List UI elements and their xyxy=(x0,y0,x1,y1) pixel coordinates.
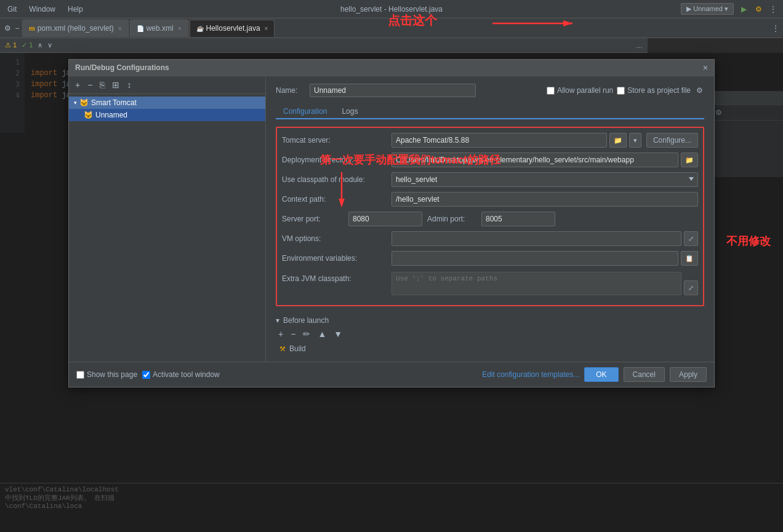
admin-port-input[interactable] xyxy=(481,212,555,226)
tomcat-server-input[interactable] xyxy=(392,133,607,148)
dialog-body: + − ⎘ ⊞ ↕ ▾ 🐱 Smart Tomcat 🐱 Unnamed xyxy=(69,76,714,362)
deployment-dir-input[interactable] xyxy=(392,153,678,167)
tab-pom-label: pom.xml (hello_servlet) xyxy=(38,24,114,33)
config-form-section: Tomcat server: 📁 ▾ Configure... Deployme… xyxy=(276,127,704,306)
unnamed-config-item[interactable]: 🐱 Unnamed xyxy=(69,109,265,121)
edit-templates-link[interactable]: Edit configuration templates... xyxy=(482,370,579,379)
extra-jvm-input-group: ⤢ xyxy=(392,272,698,295)
more-warnings-icon[interactable]: … xyxy=(636,42,643,49)
run-icon[interactable]: ▶ xyxy=(739,4,749,14)
ok-button[interactable]: OK xyxy=(584,367,618,382)
env-variables-input[interactable] xyxy=(392,251,678,266)
vm-options-input-group: ⤢ xyxy=(392,231,698,246)
before-launch-remove-button[interactable]: − xyxy=(288,328,298,339)
run-config-dropdown[interactable]: ▶ Unnamed ▾ xyxy=(681,3,734,15)
menu-window[interactable]: Window xyxy=(26,4,58,15)
vm-options-expand-button[interactable]: ⤢ xyxy=(684,231,698,246)
show-page-checkbox[interactable] xyxy=(76,371,84,379)
dialog-close-button[interactable]: × xyxy=(703,63,708,72)
context-path-input[interactable] xyxy=(392,192,698,207)
run-debug-dialog: Run/Debug Configurations × + − ⎘ ⊞ ↕ ▾ 🐱… xyxy=(68,59,715,387)
tab-web-xml[interactable]: 📄 web.xml × xyxy=(130,20,188,37)
more-icon[interactable]: ⋮ xyxy=(768,4,778,14)
tab-web-close[interactable]: × xyxy=(178,25,182,32)
before-launch-arrow[interactable]: ▾ xyxy=(276,316,279,325)
warning-icon: ⚠ 1 xyxy=(5,41,17,49)
minus-icon[interactable]: − xyxy=(12,23,22,33)
tab-pom-xml[interactable]: m pom.xml (hello_servlet) × xyxy=(22,20,129,37)
deployment-dir-field: Deployment directory: 📁 xyxy=(282,153,698,167)
xml-icon: 📄 xyxy=(137,25,144,32)
move-config-button[interactable]: ⊞ xyxy=(110,79,122,91)
menu-help[interactable]: Help xyxy=(65,4,86,15)
title-bar-right: ▶ Unnamed ▾ ▶ ⚙ ⋮ xyxy=(681,3,778,15)
before-launch-up-button[interactable]: ▲ xyxy=(315,328,329,339)
caret-icon[interactable]: ∧ xyxy=(38,41,42,49)
context-path-field: Context path: xyxy=(282,192,698,207)
group-arrow-icon: ▾ xyxy=(74,100,77,106)
tomcat-server-input-group: 📁 ▾ xyxy=(392,133,641,148)
store-project-label: Store as project file xyxy=(617,86,691,95)
store-settings-icon[interactable]: ⚙ xyxy=(694,85,704,95)
menu-git[interactable]: Git xyxy=(5,4,19,15)
admin-port-label: Admin port: xyxy=(427,215,476,223)
dialog-title-bar: Run/Debug Configurations × xyxy=(69,60,714,76)
classpath-input-group: hello_servlet xyxy=(392,172,698,187)
dialog-bottom-bar: Show this page Activate tool window Edit… xyxy=(69,362,714,387)
dialog-overlay: Run/Debug Configurations × + − ⎘ ⊞ ↕ ▾ 🐱… xyxy=(0,53,783,532)
classpath-label: Use classpath of module: xyxy=(282,175,387,184)
tab-pom-close[interactable]: × xyxy=(118,25,122,32)
classpath-select[interactable]: hello_servlet xyxy=(392,172,698,187)
before-launch-edit-button[interactable]: ✏ xyxy=(300,328,313,339)
extra-jvm-field: Extra JVM classpath: ⤢ xyxy=(282,271,698,295)
name-row: Name: Allow parallel run Store as projec… xyxy=(276,84,704,97)
cancel-button[interactable]: Cancel xyxy=(624,367,665,382)
tab-configuration[interactable]: Configuration xyxy=(276,105,334,119)
store-project-checkbox[interactable] xyxy=(617,87,625,95)
caret-down-icon[interactable]: ∨ xyxy=(47,41,52,49)
warning-bar: ⚠ 1 ✓ 1 ∧ ∨ … xyxy=(0,38,648,53)
tab-helloservlet[interactable]: ☕ Helloservlet.java × xyxy=(190,20,275,37)
extra-jvm-expand-button[interactable]: ⤢ xyxy=(684,280,698,295)
classpath-field: Use classpath of module: hello_servlet xyxy=(282,172,698,187)
before-launch-section: ▾ Before launch + − ✏ ▲ ▼ ⚒ Build xyxy=(276,316,704,354)
tomcat-dropdown-button[interactable]: ▾ xyxy=(629,133,641,148)
env-variables-field: Environment variables: 📋 xyxy=(282,251,698,266)
tomcat-folder-button[interactable]: 📁 xyxy=(609,133,627,148)
remove-config-button[interactable]: − xyxy=(85,79,95,91)
before-launch-add-button[interactable]: + xyxy=(276,328,286,339)
config-tree: ▾ 🐱 Smart Tomcat 🐱 Unnamed xyxy=(69,94,265,362)
add-config-button[interactable]: + xyxy=(73,79,82,91)
deployment-dir-input-group: 📁 xyxy=(392,153,698,167)
debug-icon[interactable]: ⚙ xyxy=(753,4,763,14)
vm-options-input[interactable] xyxy=(392,231,681,246)
build-item: ⚒ Build xyxy=(276,343,704,354)
env-variables-input-group: 📋 xyxy=(392,251,698,266)
check-icon: ✓ 1 xyxy=(22,41,33,49)
activate-tool-checkbox[interactable] xyxy=(142,371,150,379)
before-launch-header: ▾ Before launch xyxy=(276,316,704,325)
copy-config-button[interactable]: ⎘ xyxy=(97,79,107,91)
configure-button[interactable]: Configure... xyxy=(646,133,698,148)
before-launch-down-button[interactable]: ▼ xyxy=(331,328,345,339)
sort-config-button[interactable]: ↕ xyxy=(124,79,134,91)
show-page-checkbox-group: Show this page xyxy=(76,370,137,379)
java-icon: ☕ xyxy=(196,25,204,32)
vm-options-label: VM options: xyxy=(282,234,387,243)
maven-icon: m xyxy=(29,25,35,32)
extra-jvm-textarea[interactable] xyxy=(392,272,681,295)
config-right-panel: Name: Allow parallel run Store as projec… xyxy=(266,76,714,362)
smart-tomcat-group[interactable]: ▾ 🐱 Smart Tomcat xyxy=(69,97,265,109)
activate-tool-checkbox-group: Activate tool window xyxy=(142,370,220,379)
allow-parallel-checkbox[interactable] xyxy=(547,87,555,95)
apply-button[interactable]: Apply xyxy=(670,367,707,382)
menu-bar[interactable]: Git Window Help xyxy=(5,4,86,15)
tab-more-icon[interactable]: ⋮ xyxy=(771,23,781,33)
name-input[interactable] xyxy=(310,84,476,97)
tab-logs[interactable]: Logs xyxy=(334,105,365,119)
tab-hello-close[interactable]: × xyxy=(265,25,268,32)
server-port-input[interactable] xyxy=(348,212,422,226)
deployment-dir-browse-button[interactable]: 📁 xyxy=(681,153,698,167)
settings-icon[interactable]: ⚙ xyxy=(2,23,12,33)
env-variables-expand-button[interactable]: 📋 xyxy=(681,251,698,266)
